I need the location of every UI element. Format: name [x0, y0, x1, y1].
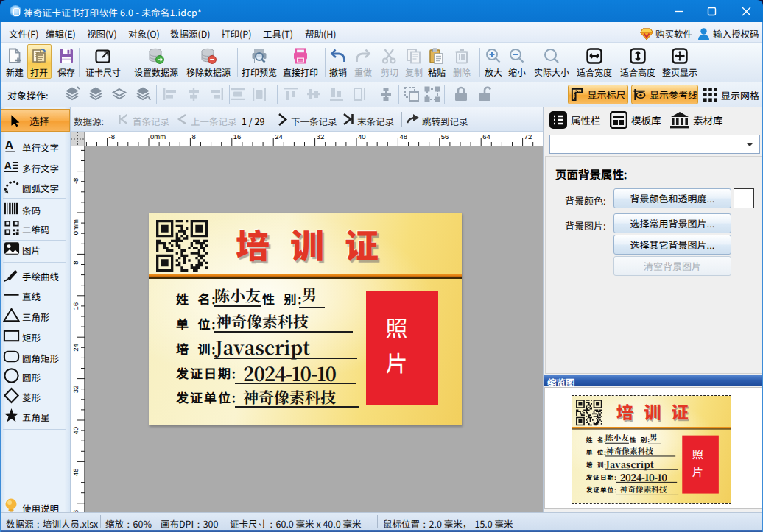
- svg-text:48: 48: [399, 132, 407, 141]
- svg-text:32: 32: [71, 386, 80, 394]
- svg-text:-8: -8: [109, 132, 115, 141]
- svg-text:72: 72: [524, 132, 532, 141]
- svg-text:48: 48: [71, 468, 80, 476]
- svg-text:0mm: 0mm: [71, 219, 80, 235]
- svg-text:8: 8: [191, 132, 195, 141]
- svg-text:24: 24: [275, 132, 283, 141]
- svg-text:40: 40: [71, 427, 80, 435]
- svg-text:-8: -8: [71, 178, 80, 184]
- svg-text:40: 40: [358, 132, 366, 141]
- svg-text:16: 16: [71, 302, 80, 311]
- svg-text:8: 8: [71, 260, 80, 264]
- svg-text:16: 16: [233, 132, 242, 141]
- svg-text:64: 64: [482, 132, 490, 141]
- svg-text:56: 56: [441, 132, 449, 141]
- svg-text:24: 24: [71, 344, 80, 352]
- svg-text:A: A: [4, 138, 13, 152]
- svg-text:32: 32: [317, 132, 325, 141]
- svg-text:0mm: 0mm: [150, 132, 166, 141]
- svg-text:A: A: [4, 160, 11, 171]
